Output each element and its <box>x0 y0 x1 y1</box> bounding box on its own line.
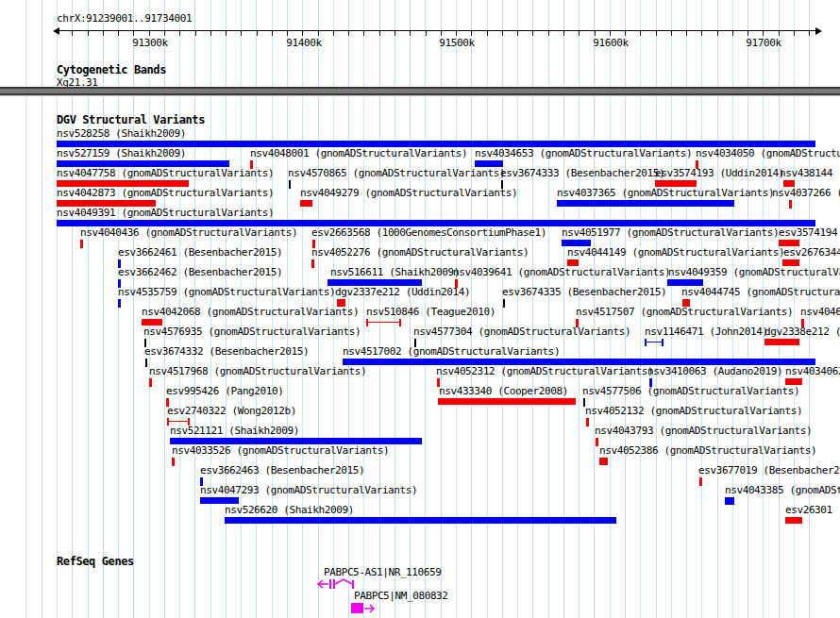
variant-glyph-bar[interactable] <box>57 160 229 167</box>
variant-glyph-bar[interactable] <box>655 180 697 187</box>
variant-glyph-tick[interactable] <box>250 160 253 169</box>
variant-glyph-bar[interactable] <box>142 319 162 326</box>
variant-glyph-bar[interactable] <box>475 160 503 167</box>
variant-label[interactable]: nsv438144 <box>780 168 832 178</box>
variant-glyph-bar[interactable] <box>438 398 576 405</box>
variant-glyph-bar[interactable] <box>57 141 815 147</box>
variant-label[interactable]: nsv4042873 (gnomADStructuralVariants) <box>57 188 274 198</box>
variant-label[interactable]: dgv2338e212 ( <box>764 326 840 337</box>
variant-label[interactable]: nsv4517002 (gnomADStructuralVariants) <box>343 346 560 357</box>
variant-label[interactable]: nsv528258 (Shaikh2009) <box>57 128 186 139</box>
variant-label[interactable]: nsv4049279 (gnomADStructuralVariants) <box>300 188 517 198</box>
variant-label[interactable]: nsv4047758 (gnomADStructuralVariants) <box>57 168 274 178</box>
variant-label[interactable]: esv3674332 (Besenbacher2015) <box>144 346 309 357</box>
variant-label[interactable]: esv26301 ( <box>785 505 840 515</box>
variant-label[interactable]: nsv4040436 (gnomADStructuralVariants) <box>80 227 297 238</box>
variant-label[interactable]: nsv4042068 (gnomADStructuralVariants) <box>142 307 359 317</box>
variant-label[interactable]: nsv4044745 (gnomADStructuralV <box>681 287 840 297</box>
variant-label[interactable]: esv2663568 (1000GenomesConsortiumPhase1) <box>311 227 546 238</box>
variant-glyph-bar[interactable] <box>667 279 703 286</box>
variant-glyph-bar[interactable] <box>328 279 422 286</box>
variant-label[interactable]: nsv4049391 (gnomADStructuralVariants) <box>57 208 274 218</box>
variant-label[interactable]: nsv4034653 (gnomADStructuralVariants) <box>475 148 692 159</box>
variant-glyph-ibeam[interactable] <box>645 339 664 346</box>
variant-label[interactable]: nsv1146471 (John2014) <box>645 326 768 337</box>
variant-glyph-bar[interactable] <box>567 259 579 266</box>
variant-label[interactable]: nsv4570865 (gnomADStructuralVariants) <box>288 168 505 178</box>
variant-glyph-tick[interactable] <box>118 299 121 308</box>
variant-label[interactable]: nsv4043385 (gnomADSt <box>725 485 840 495</box>
variant-glyph-bar[interactable] <box>300 200 312 207</box>
variant-glyph-bar[interactable] <box>557 200 734 207</box>
variant-label[interactable]: nsv4043793 (gnomADStructuralVariants) <box>595 426 812 436</box>
variant-glyph-tick[interactable] <box>576 319 579 327</box>
variant-glyph-btick[interactable] <box>144 339 146 347</box>
variant-glyph-tick[interactable] <box>200 477 203 486</box>
variant-glyph-tick[interactable] <box>596 438 598 446</box>
variant-label[interactable]: nsv4037266 (g <box>772 188 840 198</box>
variant-label[interactable]: esv3662462 (Besenbacher2015) <box>118 267 282 277</box>
variant-glyph-bar[interactable] <box>170 438 422 444</box>
variant-label[interactable]: nsv526620 (Shaikh2009) <box>225 505 354 515</box>
variant-label[interactable]: nsv4048001 (gnomADStructuralVariants) <box>250 148 467 159</box>
variant-label[interactable]: nsv527159 (Shaikh2009) <box>57 148 186 159</box>
variant-glyph-bar[interactable] <box>200 497 239 504</box>
variant-label[interactable]: nsv4517507 (gnomADStructuralVariants) <box>576 307 793 317</box>
variant-label[interactable]: nsv3410063 (Audano2019) <box>647 366 782 376</box>
variant-glyph-bar[interactable] <box>785 517 802 524</box>
variant-glyph-btick[interactable] <box>145 359 147 367</box>
variant-label[interactable]: nsv510846 (Teague2010) <box>366 307 496 317</box>
variant-label[interactable]: esv3674333 (Besenbacher2015) <box>500 168 664 178</box>
variant-label[interactable]: dgv2337e212 (Uddin2014) <box>335 287 470 297</box>
variant-glyph-bar[interactable] <box>562 240 591 246</box>
variant-label[interactable]: nsv4049359 (gnomADStructuralVar <box>668 267 840 277</box>
variant-glyph-square[interactable] <box>682 299 690 307</box>
variant-glyph-bar[interactable] <box>57 180 189 187</box>
variant-glyph-bar[interactable] <box>779 240 799 246</box>
variant-label[interactable]: nsv4051977 (gnomADStructuralVariants) <box>562 227 779 238</box>
variant-glyph-tick[interactable] <box>586 418 589 426</box>
variant-glyph-tick[interactable] <box>311 259 314 268</box>
gene-glyph-pabpc5[interactable] <box>351 603 379 615</box>
variant-label[interactable]: esv3674335 (Besenbacher2015) <box>502 287 666 297</box>
variant-glyph-square[interactable] <box>599 458 608 465</box>
variant-glyph-tick[interactable] <box>455 279 458 288</box>
variant-glyph-btick[interactable] <box>289 180 291 189</box>
variant-glyph-tick[interactable] <box>80 240 83 248</box>
variant-label[interactable]: nsv4052132 (gnomADStructuralVariants) <box>585 406 802 416</box>
variant-label[interactable]: nsv4576935 (gnomADStructuralVariants) <box>143 326 361 337</box>
variant-label[interactable]: nsv4052386 (gnomADStructuralVariants) <box>599 445 816 456</box>
variant-label[interactable]: nsv40460 <box>800 307 840 317</box>
variant-label[interactable]: esv3574193 (Uddin2014) <box>655 168 784 178</box>
variant-glyph-tick[interactable] <box>149 378 152 387</box>
variant-label[interactable]: nsv521121 (Shaikh2009) <box>170 426 299 436</box>
variant-label[interactable]: nsv4037365 (gnomADStructuralVariants) <box>557 188 774 198</box>
variant-label[interactable]: nsv4039641 (gnomADStructuralVariants) <box>453 267 670 277</box>
variant-label[interactable]: nsv433340 (Cooper2008) <box>439 386 568 396</box>
variant-label[interactable]: esv3574194 <box>779 227 837 238</box>
variant-glyph-ibeam[interactable] <box>366 319 401 326</box>
variant-glyph-tick[interactable] <box>118 259 121 268</box>
variant-label[interactable]: nsv4577506 (gnomADStructuralVariants) <box>582 386 799 396</box>
gene-label-pabpc5[interactable]: PABPC5|NM_080832 <box>354 591 448 601</box>
variant-label[interactable]: nsv4517968 (gnomADStructuralVariants) <box>149 366 366 376</box>
variant-glyph-tick[interactable] <box>166 398 169 407</box>
variant-glyph-tick[interactable] <box>789 200 792 209</box>
variant-glyph-tick[interactable] <box>437 378 440 387</box>
variant-glyph-bar[interactable] <box>785 378 802 385</box>
variant-glyph-bar[interactable] <box>783 180 795 187</box>
variant-glyph-btick[interactable] <box>501 180 503 189</box>
variant-label[interactable]: nsv4034062 <box>785 366 840 376</box>
variant-label[interactable]: nsv4044149 (gnomADStructuralVariants) <box>567 247 784 258</box>
gene-glyph-pabpc5-as1[interactable] <box>315 577 362 591</box>
variant-glyph-btick[interactable] <box>583 398 585 407</box>
variant-glyph-bar[interactable] <box>57 200 156 207</box>
variant-label[interactable]: nsv4052276 (gnomADStructuralVariants) <box>311 247 529 258</box>
variant-glyph-tick[interactable] <box>172 458 175 466</box>
variant-glyph-tick[interactable] <box>699 477 702 486</box>
variant-glyph-tick[interactable] <box>118 279 121 288</box>
variant-label[interactable]: esv3677019 (Besenbacher201 <box>698 465 840 476</box>
variant-label[interactable]: nsv4577304 (gnomADStructuralVariants) <box>413 326 630 337</box>
variant-label[interactable]: esv2676344 <box>783 247 840 258</box>
variant-glyph-btick[interactable] <box>414 339 416 347</box>
